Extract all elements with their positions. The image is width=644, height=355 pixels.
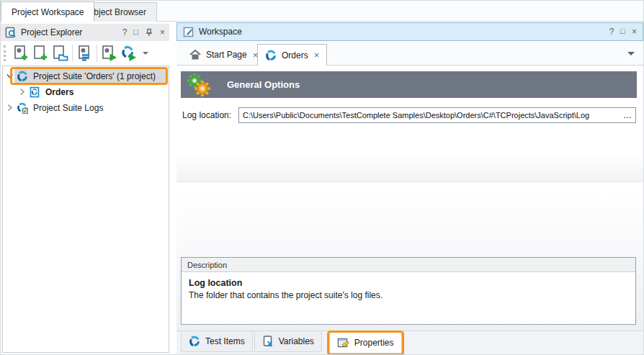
run-project-suite-button[interactable] [119, 44, 138, 63]
workspace-header: Workspace ? □ × [176, 22, 643, 41]
tab-properties[interactable]: Properties [329, 333, 402, 354]
chevron-down-icon[interactable] [5, 71, 14, 81]
tab-start-page-label: Start Page [206, 50, 247, 60]
run-project-button[interactable] [99, 44, 119, 63]
log-location-row: Log location: C:\Users\Public\Documents\… [176, 107, 643, 123]
project-suite-icon [265, 50, 277, 61]
tab-orders[interactable]: Orders × [257, 44, 327, 66]
toolbar-separator [72, 45, 73, 62]
add-existing-item-button[interactable] [50, 44, 70, 63]
tab-properties-label: Properties [354, 338, 394, 348]
add-new-item-button[interactable] [31, 44, 50, 63]
pin-icon[interactable] [145, 28, 153, 37]
variables-icon [262, 336, 274, 347]
close-button[interactable]: × [632, 27, 637, 36]
home-icon [189, 50, 201, 60]
test-items-icon [189, 336, 200, 347]
log-location-value[interactable]: C:\Users\Public\Documents\TestComplete S… [239, 111, 620, 120]
editor-bottom-tab-bar: Test Items Variables Properties [176, 331, 643, 355]
toolbar-dropdown-caret[interactable] [143, 52, 148, 55]
chevron-right-icon[interactable] [17, 87, 27, 96]
tab-test-items[interactable]: Test Items [181, 331, 253, 352]
project-suite-logs-icon [17, 102, 28, 114]
tab-project-workspace[interactable]: Project Workspace [1, 1, 94, 22]
tab-orders-label: Orders [282, 50, 308, 60]
gears-icon [187, 73, 211, 97]
help-button[interactable]: ? [122, 28, 128, 37]
tree-item-label: Project Suite 'Orders' (1 project) [30, 70, 158, 83]
browse-button[interactable]: … [620, 110, 635, 120]
project-icon [29, 86, 40, 98]
tree-item-project-suite[interactable]: Project Suite 'Orders' (1 project) [3, 68, 169, 84]
project-explorer-header: Project Explorer ? □ × [1, 24, 169, 41]
description-heading: Log location [189, 278, 635, 288]
testcomplete-window: Project Workspace Object Browser Project… [0, 0, 644, 355]
organize-items-button[interactable] [75, 44, 94, 63]
project-suite-icon [17, 71, 28, 82]
add-new-project-suite-button[interactable] [12, 44, 31, 63]
tab-object-browser-label: Object Browser [87, 7, 146, 17]
project-tree: Project Suite 'Orders' (1 project) Order… [2, 66, 169, 353]
maximize-button[interactable]: □ [620, 27, 625, 35]
project-explorer-toolbar [1, 41, 169, 66]
description-text: The folder that contains the project sui… [189, 290, 635, 300]
maximize-button[interactable]: □ [133, 28, 138, 36]
log-location-label: Log location: [182, 110, 231, 120]
tree-item-orders[interactable]: Orders [3, 84, 169, 99]
tab-project-workspace-label: Project Workspace [12, 7, 84, 17]
tab-variables[interactable]: Variables [254, 331, 322, 352]
project-explorer-title: Project Explorer [21, 27, 116, 37]
workspace-title: Workspace [199, 27, 603, 37]
document-tab-bar: Start Page × Orders × [176, 42, 643, 66]
toolbar-separator [97, 45, 97, 62]
description-pane: Description Log location The folder that… [176, 194, 643, 331]
tab-variables-label: Variables [279, 336, 314, 346]
general-options-pane: General Options Log location: C:\Users\P… [176, 66, 643, 182]
general-options-banner: General Options [181, 71, 637, 98]
description-header: Description [182, 258, 635, 272]
tab-test-items-label: Test Items [205, 336, 245, 346]
project-explorer-icon [5, 27, 17, 38]
log-location-input[interactable]: C:\Users\Public\Documents\TestComplete S… [238, 107, 636, 123]
tree-item-project-suite-logs[interactable]: Project Suite Logs [3, 100, 169, 115]
general-options-title: General Options [227, 79, 300, 90]
close-button[interactable]: × [160, 28, 165, 37]
chevron-right-icon[interactable] [5, 103, 14, 112]
description-box: Description Log location The folder that… [181, 257, 636, 325]
help-button[interactable]: ? [609, 27, 614, 36]
tree-item-label: Orders [43, 86, 76, 99]
tab-start-page[interactable]: Start Page × [182, 45, 265, 65]
toolbar-grip[interactable] [4, 45, 6, 61]
main-tab-bar: Project Workspace Object Browser [1, 1, 643, 22]
properties-icon [337, 337, 349, 349]
workspace-icon [183, 27, 194, 37]
tab-list-dropdown-caret[interactable] [627, 52, 635, 55]
close-tab-icon[interactable]: × [314, 50, 320, 60]
tree-item-label: Project Suite Logs [30, 102, 106, 114]
